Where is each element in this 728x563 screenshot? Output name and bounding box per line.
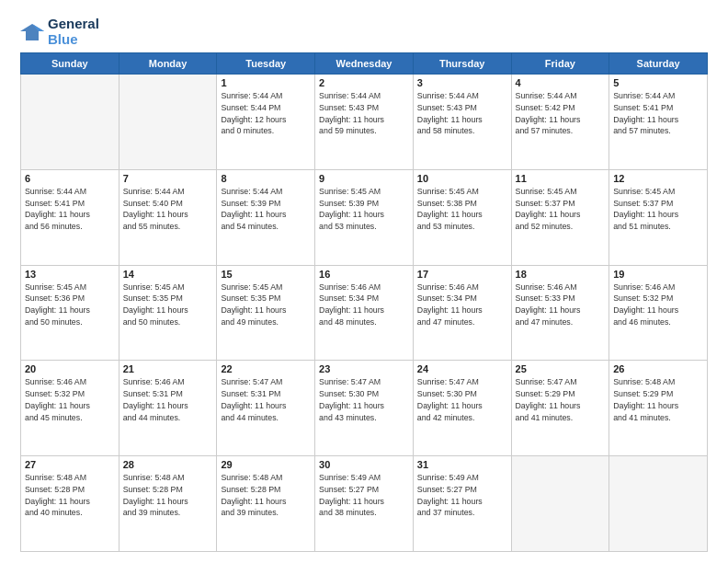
day-number: 28 — [123, 459, 213, 470]
calendar-cell: 26Sunrise: 5:48 AMSunset: 5:29 PMDayligh… — [609, 361, 708, 456]
calendar-cell: 29Sunrise: 5:48 AMSunset: 5:28 PMDayligh… — [217, 456, 315, 552]
calendar-cell: 24Sunrise: 5:47 AMSunset: 5:30 PMDayligh… — [413, 361, 511, 456]
calendar-cell: 19Sunrise: 5:46 AMSunset: 5:32 PMDayligh… — [609, 265, 708, 361]
day-number: 8 — [221, 173, 311, 184]
calendar-cell: 30Sunrise: 5:49 AMSunset: 5:27 PMDayligh… — [315, 456, 414, 552]
calendar-cell: 10Sunrise: 5:45 AMSunset: 5:38 PMDayligh… — [413, 169, 511, 265]
calendar-cell: 7Sunrise: 5:44 AMSunset: 5:40 PMDaylight… — [119, 169, 217, 265]
day-number: 9 — [319, 173, 409, 184]
day-info: Sunrise: 5:44 AMSunset: 5:42 PMDaylight:… — [516, 90, 606, 137]
calendar-cell: 28Sunrise: 5:48 AMSunset: 5:28 PMDayligh… — [119, 456, 217, 552]
day-number: 30 — [319, 459, 409, 470]
calendar-table: SundayMondayTuesdayWednesdayThursdayFrid… — [20, 52, 708, 552]
day-number: 4 — [516, 77, 606, 88]
day-number: 11 — [516, 173, 606, 184]
day-info: Sunrise: 5:44 AMSunset: 5:41 PMDaylight:… — [25, 186, 115, 233]
day-info: Sunrise: 5:46 AMSunset: 5:34 PMDaylight:… — [417, 282, 507, 328]
weekday-header: Thursday — [413, 53, 511, 75]
calendar-cell: 3Sunrise: 5:44 AMSunset: 5:43 PMDaylight… — [413, 75, 511, 170]
day-info: Sunrise: 5:46 AMSunset: 5:32 PMDaylight:… — [613, 282, 703, 328]
day-info: Sunrise: 5:48 AMSunset: 5:29 PMDaylight:… — [613, 376, 703, 423]
calendar-cell: 15Sunrise: 5:45 AMSunset: 5:35 PMDayligh… — [217, 265, 315, 361]
day-number: 26 — [613, 363, 703, 374]
day-number: 13 — [25, 269, 115, 280]
day-number: 25 — [516, 363, 606, 374]
weekday-header: Sunday — [21, 53, 119, 75]
calendar-cell: 9Sunrise: 5:45 AMSunset: 5:39 PMDaylight… — [315, 169, 414, 265]
calendar-cell: 17Sunrise: 5:46 AMSunset: 5:34 PMDayligh… — [413, 265, 511, 361]
day-info: Sunrise: 5:44 AMSunset: 5:41 PMDaylight:… — [613, 90, 703, 137]
day-number: 5 — [613, 77, 703, 88]
day-info: Sunrise: 5:46 AMSunset: 5:34 PMDaylight:… — [319, 282, 409, 328]
day-number: 20 — [25, 363, 115, 374]
calendar-cell: 25Sunrise: 5:47 AMSunset: 5:29 PMDayligh… — [511, 361, 609, 456]
calendar-cell: 6Sunrise: 5:44 AMSunset: 5:41 PMDaylight… — [21, 169, 119, 265]
day-info: Sunrise: 5:47 AMSunset: 5:29 PMDaylight:… — [516, 376, 606, 423]
day-number: 2 — [319, 77, 409, 88]
day-number: 23 — [319, 363, 409, 374]
day-number: 21 — [123, 363, 213, 374]
weekday-header: Wednesday — [315, 53, 414, 75]
day-info: Sunrise: 5:44 AMSunset: 5:44 PMDaylight:… — [221, 90, 311, 137]
day-number: 12 — [613, 173, 703, 184]
day-info: Sunrise: 5:45 AMSunset: 5:35 PMDaylight:… — [221, 282, 311, 328]
calendar-cell: 20Sunrise: 5:46 AMSunset: 5:32 PMDayligh… — [21, 361, 119, 456]
day-info: Sunrise: 5:45 AMSunset: 5:36 PMDaylight:… — [25, 282, 115, 328]
day-info: Sunrise: 5:45 AMSunset: 5:39 PMDaylight:… — [319, 186, 409, 233]
day-number: 31 — [417, 459, 507, 470]
day-info: Sunrise: 5:47 AMSunset: 5:31 PMDaylight:… — [221, 376, 311, 423]
weekday-header: Tuesday — [217, 53, 315, 75]
calendar-cell: 12Sunrise: 5:45 AMSunset: 5:37 PMDayligh… — [609, 169, 708, 265]
calendar-cell: 4Sunrise: 5:44 AMSunset: 5:42 PMDaylight… — [511, 75, 609, 170]
weekday-header: Saturday — [609, 53, 708, 75]
day-number: 3 — [417, 77, 507, 88]
header: General Blue — [20, 17, 708, 47]
day-number: 27 — [25, 459, 115, 470]
day-number: 1 — [221, 77, 311, 88]
day-info: Sunrise: 5:45 AMSunset: 5:35 PMDaylight:… — [123, 282, 213, 328]
day-info: Sunrise: 5:47 AMSunset: 5:30 PMDaylight:… — [417, 376, 507, 423]
day-number: 6 — [25, 173, 115, 184]
calendar-cell: 11Sunrise: 5:45 AMSunset: 5:37 PMDayligh… — [511, 169, 609, 265]
calendar-header-row: SundayMondayTuesdayWednesdayThursdayFrid… — [21, 53, 708, 75]
page: General Blue SundayMondayTuesdayWednesda… — [0, 0, 728, 563]
day-info: Sunrise: 5:48 AMSunset: 5:28 PMDaylight:… — [25, 472, 115, 519]
day-info: Sunrise: 5:49 AMSunset: 5:27 PMDaylight:… — [417, 472, 507, 519]
calendar-cell: 16Sunrise: 5:46 AMSunset: 5:34 PMDayligh… — [315, 265, 414, 361]
day-number: 24 — [417, 363, 507, 374]
day-number: 7 — [123, 173, 213, 184]
day-info: Sunrise: 5:46 AMSunset: 5:31 PMDaylight:… — [123, 376, 213, 423]
calendar-cell — [21, 75, 119, 170]
day-number: 10 — [417, 173, 507, 184]
calendar-week-row: 13Sunrise: 5:45 AMSunset: 5:36 PMDayligh… — [21, 265, 708, 361]
calendar-cell: 22Sunrise: 5:47 AMSunset: 5:31 PMDayligh… — [217, 361, 315, 456]
day-info: Sunrise: 5:48 AMSunset: 5:28 PMDaylight:… — [123, 472, 213, 519]
calendar-week-row: 1Sunrise: 5:44 AMSunset: 5:44 PMDaylight… — [21, 75, 708, 170]
calendar-cell: 13Sunrise: 5:45 AMSunset: 5:36 PMDayligh… — [21, 265, 119, 361]
logo: General Blue — [20, 17, 99, 47]
day-number: 15 — [221, 269, 311, 280]
calendar-week-row: 20Sunrise: 5:46 AMSunset: 5:32 PMDayligh… — [21, 361, 708, 456]
logo-text: General Blue — [48, 17, 99, 47]
calendar-cell: 27Sunrise: 5:48 AMSunset: 5:28 PMDayligh… — [21, 456, 119, 552]
calendar-cell: 21Sunrise: 5:46 AMSunset: 5:31 PMDayligh… — [119, 361, 217, 456]
weekday-header: Monday — [119, 53, 217, 75]
calendar-cell: 8Sunrise: 5:44 AMSunset: 5:39 PMDaylight… — [217, 169, 315, 265]
day-number: 22 — [221, 363, 311, 374]
day-number: 19 — [613, 269, 703, 280]
calendar-cell: 31Sunrise: 5:49 AMSunset: 5:27 PMDayligh… — [413, 456, 511, 552]
day-info: Sunrise: 5:44 AMSunset: 5:43 PMDaylight:… — [319, 90, 409, 137]
calendar-cell — [119, 75, 217, 170]
svg-marker-0 — [20, 24, 44, 40]
day-info: Sunrise: 5:47 AMSunset: 5:30 PMDaylight:… — [319, 376, 409, 423]
day-info: Sunrise: 5:46 AMSunset: 5:32 PMDaylight:… — [25, 376, 115, 423]
day-info: Sunrise: 5:46 AMSunset: 5:33 PMDaylight:… — [516, 282, 606, 328]
day-info: Sunrise: 5:44 AMSunset: 5:43 PMDaylight:… — [417, 90, 507, 137]
calendar-cell: 23Sunrise: 5:47 AMSunset: 5:30 PMDayligh… — [315, 361, 414, 456]
calendar-week-row: 6Sunrise: 5:44 AMSunset: 5:41 PMDaylight… — [21, 169, 708, 265]
day-info: Sunrise: 5:45 AMSunset: 5:37 PMDaylight:… — [613, 186, 703, 233]
day-info: Sunrise: 5:44 AMSunset: 5:39 PMDaylight:… — [221, 186, 311, 233]
day-number: 16 — [319, 269, 409, 280]
day-number: 14 — [123, 269, 213, 280]
calendar-cell: 5Sunrise: 5:44 AMSunset: 5:41 PMDaylight… — [609, 75, 708, 170]
